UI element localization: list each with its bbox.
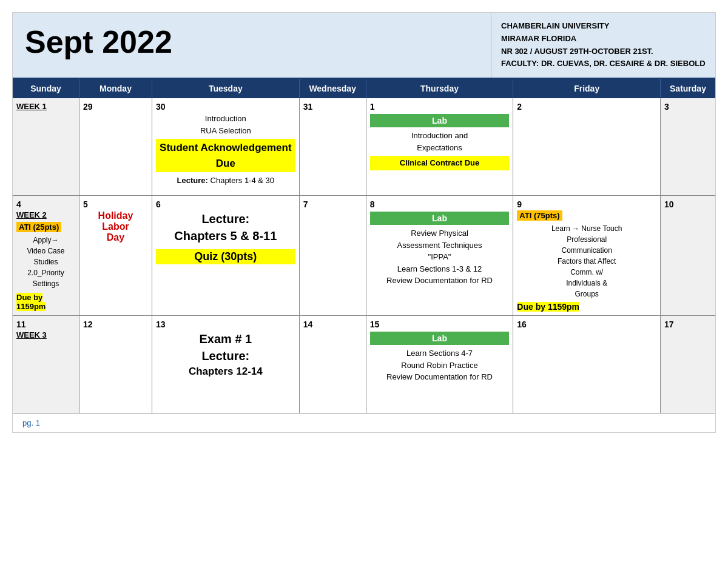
week2-due-wrapper: Due by 1159pm (16, 293, 75, 311)
week2-friday: 9 ATI (75pts) Learn → Nurse Touch Profes… (513, 196, 661, 315)
week3-friday: 16 (513, 316, 661, 413)
header-title: Sept 2022 (13, 13, 491, 78)
thu2-line3: "IPPA" (370, 251, 510, 263)
week2-wed-date: 7 (303, 199, 362, 209)
fri-line6: Groups (517, 289, 656, 299)
week1-thu-lab: Lab (370, 114, 510, 127)
week3-row: 11 WEEK 3 12 13 Exam # 1 Lecture: Chapte… (13, 316, 715, 413)
week3-thu-lab: Lab (370, 332, 510, 345)
thu3-line2: Round Robin Practice (370, 360, 510, 372)
week3-sat-date: 17 (664, 319, 712, 329)
course: NR 302 / AUGUST 29TH-OCTOBER 21ST. (501, 45, 706, 58)
header-tuesday: Tuesday (152, 79, 300, 98)
week2-wednesday: 7 (300, 196, 366, 315)
week3-saturday: 17 (661, 316, 715, 413)
thu-intro-line2: Expectations (370, 142, 510, 154)
calendar-header: Sunday Monday Tuesday Wednesday Thursday… (13, 79, 715, 98)
week1-saturday: 3 (661, 98, 715, 195)
week1-row: WEEK 1 29 30 Introduction RUA Selection … (13, 98, 715, 196)
week1-wed-date: 31 (303, 102, 362, 112)
week3-fri-date: 16 (517, 319, 656, 329)
sun-priority: 2.0_Priority Settings (16, 267, 75, 289)
week3-sunday: 11 WEEK 3 (13, 316, 79, 413)
week2-thu-date: 8 (370, 199, 510, 209)
week1-fri-date: 2 (517, 102, 656, 112)
week2-saturday: 10 (661, 196, 715, 315)
thu2-line1: Review Physical (370, 227, 510, 239)
week3-thu-date: 15 (370, 319, 510, 329)
page-number: pg. 1 (22, 418, 40, 427)
tue-acknowledgement: Student Acknowledgement Due (156, 139, 295, 172)
week2-sun-details: Apply→ Video Case Studies 2.0_Priority S… (16, 235, 75, 289)
week2-sun-ati-wrapper: ATI (25pts) (16, 222, 75, 232)
week3-mon-date: 12 (83, 319, 148, 329)
fri-learn: Learn → Nurse Touch (517, 223, 656, 234)
week2-thu-lab: Lab (370, 212, 510, 225)
location: MIRAMAR FLORIDA (501, 33, 706, 45)
week2-fri-due-wrapper: Due by 1159pm (517, 302, 656, 312)
thu2-line2: Assessment Techniques (370, 239, 510, 252)
fri-line2: Communication (517, 245, 656, 256)
week3-tue-date: 13 (156, 319, 295, 329)
header-wednesday: Wednesday (300, 79, 366, 98)
week3-wednesday: 14 (300, 316, 366, 413)
sun-apply: Apply→ (16, 235, 75, 246)
week2-fri-ati: ATI (75pts) (517, 210, 562, 221)
week2-sun-date: 4 (16, 199, 75, 209)
week2-quiz: Quiz (30pts) (156, 249, 295, 264)
fri-line3: Factors that Affect (517, 256, 656, 267)
thu2-line4: Learn Sections 1-3 & 12 (370, 263, 510, 275)
week1-monday: 29 (79, 98, 152, 195)
tue-lecture-label: Lecture: Chapters 1-4 & 30 (156, 175, 295, 187)
week2-label: WEEK 2 (16, 210, 75, 219)
week2-sun-ati: ATI (25pts) (16, 222, 61, 232)
week2-fri-ati-wrapper: ATI (75pts) (517, 210, 656, 221)
page-container: Sept 2022 CHAMBERLAIN UNIVERSITY MIRAMAR… (12, 12, 716, 433)
week2-tue-lecture: Lecture: Chapters 5 & 8-11 (156, 210, 295, 244)
week3-wed-date: 14 (303, 319, 362, 329)
week2-sat-date: 10 (664, 199, 712, 209)
week3-thursday: 15 Lab Learn Sections 4-7 Round Robin Pr… (366, 316, 514, 413)
header-info: CHAMBERLAIN UNIVERSITY MIRAMAR FLORIDA N… (491, 13, 715, 78)
week1-thu-date: 1 (370, 102, 510, 112)
week1-thursday: 1 Lab Introduction and Expectations Clin… (366, 98, 514, 195)
week1-sat-date: 3 (664, 102, 712, 112)
week1-tuesday: 30 Introduction RUA Selection Student Ac… (152, 98, 300, 195)
week2-tuesday: 6 Lecture: Chapters 5 & 8-11 Quiz (30pts… (152, 196, 300, 315)
week2-tue-date: 6 (156, 199, 295, 209)
sun-video: Video Case Studies (16, 246, 75, 267)
week2-monday: 5 Holiday Labor Day (79, 196, 152, 315)
week1-wednesday: 31 (300, 98, 366, 195)
fri-line5: Individuals & (517, 278, 656, 289)
week1-friday: 2 (513, 98, 661, 195)
week2-due-label: Due by 1159pm (16, 293, 46, 311)
calendar-body: WEEK 1 29 30 Introduction RUA Selection … (13, 98, 715, 413)
fri-line4: Comm. w/ (517, 267, 656, 278)
week1-sunday: WEEK 1 (13, 98, 79, 195)
week3-tuesday: 13 Exam # 1 Lecture: Chapters 12-14 (152, 316, 300, 413)
week3-sun-date: 11 (16, 319, 75, 329)
thu2-line5: Review Documentation for RD (370, 275, 510, 287)
week2-fri-date: 9 (517, 199, 656, 209)
header-friday: Friday (513, 79, 661, 98)
week3-tue-exam: Exam # 1 Lecture: Chapters 12-14 (156, 330, 295, 379)
calendar-title: Sept 2022 (25, 24, 172, 59)
week1-thu-content: Introduction and Expectations Clinical C… (370, 130, 510, 170)
week2-thursday: 8 Lab Review Physical Assessment Techniq… (366, 196, 514, 315)
faculty: FACULTY: DR. CUEVAS, DR. CESAIRE & DR. S… (501, 58, 706, 70)
thu-intro-line1: Introduction and (370, 130, 510, 142)
header-row: Sept 2022 CHAMBERLAIN UNIVERSITY MIRAMAR… (13, 13, 715, 79)
university-name: CHAMBERLAIN UNIVERSITY (501, 20, 706, 33)
page-footer: pg. 1 (13, 413, 715, 432)
header-sunday: Sunday (13, 79, 79, 98)
header-saturday: Saturday (661, 79, 715, 98)
week2-row: 4 WEEK 2 ATI (25pts) Apply→ Video Case S… (13, 196, 715, 316)
week3-label: WEEK 3 (16, 330, 75, 340)
thu3-line1: Learn Sections 4-7 (370, 347, 510, 360)
week1-tue-date: 30 (156, 102, 295, 112)
fri-line1: Professional (517, 234, 656, 245)
tue-line1: Introduction (156, 113, 295, 125)
week2-sunday: 4 WEEK 2 ATI (25pts) Apply→ Video Case S… (13, 196, 79, 315)
week2-fri-content: Learn → Nurse Touch Professional Communi… (517, 223, 656, 299)
week1-label: WEEK 1 (16, 102, 47, 111)
